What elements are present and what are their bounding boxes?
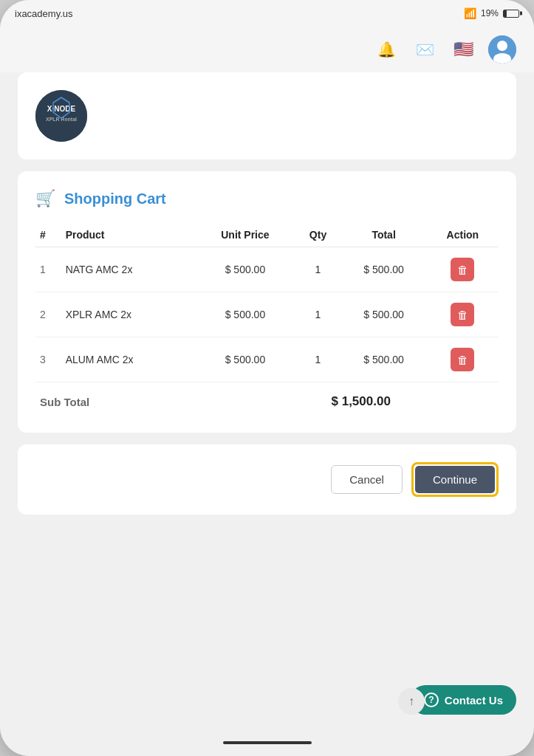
row3-num: 3 bbox=[35, 337, 61, 382]
continue-button-wrapper: Continue bbox=[411, 462, 499, 497]
col-num: # bbox=[35, 223, 61, 247]
cart-title: Shopping Cart bbox=[64, 190, 166, 207]
row3-total: $ 500.00 bbox=[340, 337, 426, 382]
col-product: Product bbox=[61, 223, 196, 247]
row1-product: NATG AMC 2x bbox=[61, 247, 196, 292]
row1-qty: 1 bbox=[295, 247, 341, 292]
row2-num: 2 bbox=[35, 292, 61, 337]
col-qty: Qty bbox=[295, 223, 341, 247]
subtotal-spacer bbox=[195, 382, 295, 416]
row3-product: ALUM AMC 2x bbox=[61, 337, 196, 382]
table-row: 1 NATG AMC 2x $ 500.00 1 $ 500.00 🗑 bbox=[35, 247, 499, 292]
svg-text:X·NODE: X·NODE bbox=[47, 105, 76, 113]
row3-action: 🗑 bbox=[427, 337, 499, 382]
logo-card: X·NODE XPLR Rental bbox=[18, 72, 516, 159]
subtotal-value: $ 1,500.00 bbox=[295, 382, 427, 416]
col-unit-price: Unit Price bbox=[195, 223, 295, 247]
phone-frame: ixacademy.us 📶 19% 🔔 ✉️ 🇺🇸 bbox=[0, 0, 534, 756]
delete-row2-button[interactable]: 🗑 bbox=[451, 303, 474, 326]
row2-qty: 1 bbox=[295, 292, 341, 337]
scroll-top-icon: ↑ bbox=[408, 695, 414, 708]
delete-row1-button[interactable]: 🗑 bbox=[451, 258, 474, 281]
battery-percent: 19% bbox=[481, 8, 499, 18]
col-action: Action bbox=[427, 223, 499, 247]
mail-icon[interactable]: ✉️ bbox=[411, 36, 438, 63]
svg-point-1 bbox=[497, 41, 507, 51]
cart-icon: 🛒 bbox=[35, 189, 55, 208]
scroll-top-button[interactable]: ↑ bbox=[398, 688, 425, 715]
subtotal-action-spacer bbox=[427, 382, 499, 416]
row3-qty: 1 bbox=[295, 337, 341, 382]
action-section: Cancel Continue bbox=[18, 444, 516, 515]
url-display: ixacademy.us bbox=[15, 8, 73, 19]
cancel-button[interactable]: Cancel bbox=[331, 465, 403, 494]
main-scroll: 🔔 ✉️ 🇺🇸 X·NODE XPLR Rental bbox=[0, 27, 534, 756]
row2-action: 🗑 bbox=[427, 292, 499, 337]
bottom-spacer bbox=[0, 529, 534, 603]
col-total: Total bbox=[340, 223, 426, 247]
table-row: 2 XPLR AMC 2x $ 500.00 1 $ 500.00 🗑 bbox=[35, 292, 499, 337]
logo-badge: X·NODE XPLR Rental bbox=[35, 90, 87, 142]
row2-total: $ 500.00 bbox=[340, 292, 426, 337]
table-row: 3 ALUM AMC 2x $ 500.00 1 $ 500.00 🗑 bbox=[35, 337, 499, 382]
flag-icon[interactable]: 🇺🇸 bbox=[450, 36, 476, 63]
continue-button[interactable]: Continue bbox=[415, 466, 495, 493]
row1-action: 🗑 bbox=[427, 247, 499, 292]
cart-table: # Product Unit Price Qty Total Action 1 … bbox=[35, 223, 499, 415]
row1-unit-price: $ 500.00 bbox=[195, 247, 295, 292]
contact-us-button[interactable]: ? Contact Us bbox=[411, 685, 516, 715]
row1-total: $ 500.00 bbox=[340, 247, 426, 292]
battery-icon bbox=[503, 10, 519, 18]
wifi-icon: 📶 bbox=[464, 7, 476, 19]
contact-us-label: Contact Us bbox=[445, 694, 503, 707]
cart-header: 🛒 Shopping Cart bbox=[35, 189, 499, 208]
svg-text:XPLR Rental: XPLR Rental bbox=[46, 117, 77, 122]
bell-icon[interactable]: 🔔 bbox=[373, 36, 400, 63]
row2-unit-price: $ 500.00 bbox=[195, 292, 295, 337]
status-right: 📶 19% bbox=[464, 7, 519, 19]
row2-product: XPLR AMC 2x bbox=[61, 292, 196, 337]
table-header-row: # Product Unit Price Qty Total Action bbox=[35, 223, 499, 247]
header-icons: 🔔 ✉️ 🇺🇸 bbox=[0, 27, 534, 72]
delete-row3-button[interactable]: 🗑 bbox=[451, 348, 474, 371]
status-bar: ixacademy.us 📶 19% bbox=[0, 0, 534, 27]
row1-num: 1 bbox=[35, 247, 61, 292]
cart-section: 🛒 Shopping Cart # Product Unit Price Qty… bbox=[18, 171, 516, 433]
row3-unit-price: $ 500.00 bbox=[195, 337, 295, 382]
battery-fill bbox=[504, 10, 507, 17]
help-icon: ? bbox=[424, 693, 439, 707]
bottom-bar bbox=[223, 741, 312, 744]
avatar-icon[interactable] bbox=[488, 35, 516, 63]
subtotal-label: Sub Total bbox=[35, 382, 195, 416]
subtotal-row: Sub Total $ 1,500.00 bbox=[35, 382, 499, 416]
